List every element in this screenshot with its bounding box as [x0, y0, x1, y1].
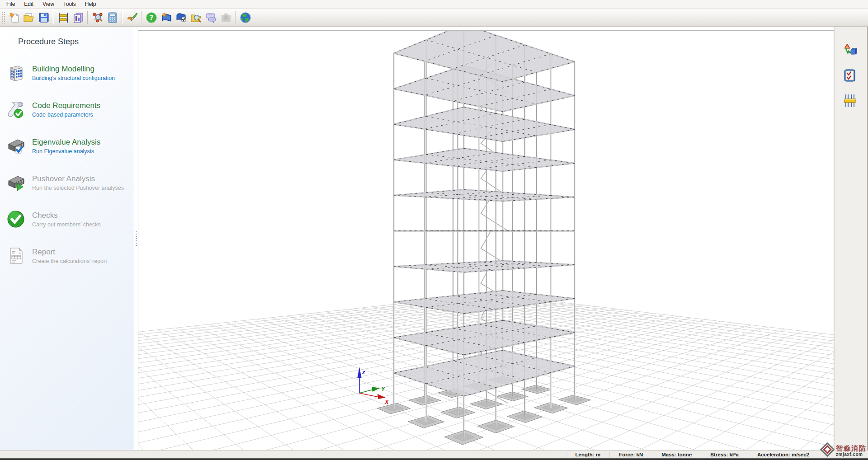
checklist-icon: [843, 68, 857, 84]
web-button[interactable]: [238, 10, 253, 25]
building-3d-scene: zYX: [138, 31, 834, 450]
toolbar-separator: [122, 11, 123, 24]
support-icon: [220, 12, 232, 23]
application-window: File Edit View Tools Help: [0, 0, 868, 460]
menu-file[interactable]: File: [2, 0, 19, 8]
toolbar-separator: [53, 11, 54, 24]
content-area: Procedure Steps Building Modelling Build…: [0, 27, 868, 450]
example-browser-icon: [190, 12, 202, 23]
panel-splitter[interactable]: [134, 27, 138, 450]
watermark-logo-icon: [820, 442, 835, 459]
step-title: Building Modelling: [32, 64, 115, 74]
calculator-icon: [107, 12, 118, 23]
checklist-button[interactable]: [842, 68, 858, 84]
view-actions-cube-icon: [843, 43, 857, 59]
right-tool-rail: [834, 27, 868, 450]
svg-text:X: X: [384, 399, 389, 405]
menu-view[interactable]: View: [38, 0, 59, 8]
procedure-steps-panel: Procedure Steps Building Modelling Build…: [0, 27, 134, 450]
step-building-modelling[interactable]: Building Modelling Building's structural…: [5, 60, 134, 85]
watermark-chinese-text: 智淼消防: [836, 445, 867, 452]
brush-icon: [126, 12, 138, 23]
step-pushover-analysis[interactable]: Pushover Analysis Run the selected Pusho…: [5, 170, 134, 195]
main-toolbar: ?: [0, 9, 868, 27]
model-viewer-icon: [92, 12, 104, 23]
step-eigenvalue-analysis[interactable]: Eigenvalue Analysis Run Eigenvalue analy…: [5, 133, 134, 159]
save-icon: [38, 12, 50, 23]
frame-section-button[interactable]: [842, 94, 858, 109]
status-stress-units: Stress: kPa: [701, 452, 748, 457]
menu-help[interactable]: Help: [80, 0, 101, 8]
status-force-units: Force: kN: [609, 452, 652, 457]
watermark: 智淼消防 zmjaxf.com: [820, 442, 867, 459]
svg-text:Y: Y: [381, 385, 386, 392]
step-subtitle: Carry out members' checks: [32, 221, 101, 228]
menu-bar: File Edit View Tools Help: [0, 0, 868, 9]
support-button[interactable]: [218, 10, 233, 25]
step-title: Eigenvalue Analysis: [32, 137, 100, 147]
status-length-units: Length: m: [566, 452, 610, 457]
watermark-url-text: zmjaxf.com: [836, 452, 863, 457]
frame-section-icon: [843, 94, 857, 109]
model-3d-viewport[interactable]: zYX: [138, 30, 834, 450]
building-icon: [5, 62, 26, 83]
step-title: Code Requirements: [32, 101, 100, 110]
window-bottom-edge: [0, 458, 868, 460]
step-title: Report: [32, 247, 107, 257]
web-globe-icon: [240, 12, 251, 23]
report-documents-icon: [72, 12, 84, 23]
new-project-button[interactable]: [6, 10, 21, 25]
model-viewer-button[interactable]: [90, 10, 105, 25]
help-button[interactable]: ?: [144, 10, 159, 25]
step-title: Checks: [32, 211, 101, 220]
menu-tools[interactable]: Tools: [59, 0, 80, 8]
report-page-icon: [5, 245, 26, 266]
splitter-grip-dots: [136, 231, 137, 246]
calculator-button[interactable]: [105, 10, 120, 25]
tutorial-button[interactable]: [174, 10, 189, 25]
pushover-run-icon: [5, 172, 26, 193]
step-code-requirements[interactable]: Code Requirements Code-based parameters: [5, 97, 134, 122]
brush-button[interactable]: [124, 10, 139, 25]
report-button[interactable]: [71, 10, 85, 25]
step-report[interactable]: Report Create the calculations' report: [5, 243, 134, 268]
svg-text:z: z: [362, 369, 365, 376]
open-project-button[interactable]: [21, 10, 36, 25]
toolbar-grip[interactable]: [2, 12, 5, 23]
view-actions-button[interactable]: [842, 43, 858, 58]
toolbar-separator: [87, 11, 88, 24]
manual-button[interactable]: [159, 10, 174, 25]
help-icon: ?: [146, 12, 157, 23]
svg-text:?: ?: [149, 14, 153, 22]
building-configuration-button[interactable]: [56, 10, 71, 25]
step-subtitle: Run the selected Pushover analyses: [32, 185, 124, 192]
save-project-button[interactable]: [36, 10, 51, 25]
tutorial-icon: [175, 12, 187, 23]
status-mass-units: Mass: tonne: [652, 452, 701, 457]
eigenvalue-run-icon: [5, 136, 26, 156]
toolbar-separator: [141, 11, 142, 24]
step-subtitle: Create the calculations' report: [32, 258, 107, 265]
step-subtitle: Building's structural configuration: [32, 75, 115, 82]
toolbar-separator: [235, 11, 236, 24]
step-subtitle: Code-based parameters: [32, 112, 100, 118]
forum-icon: [205, 12, 217, 23]
status-bar: Length: m Force: kN Mass: tonne Stress: …: [0, 450, 868, 458]
green-check-circle-icon: [5, 209, 26, 230]
step-title: Pushover Analysis: [32, 174, 124, 183]
manual-icon: [160, 12, 172, 23]
building-frame-icon: [57, 12, 69, 23]
new-project-icon: [8, 12, 20, 23]
procedure-steps-title: Procedure Steps: [18, 37, 134, 47]
forum-button[interactable]: [203, 10, 218, 25]
open-project-icon: [23, 12, 35, 23]
example-browser-button[interactable]: [189, 10, 203, 25]
step-checks[interactable]: Checks Carry out members' checks: [5, 207, 134, 232]
step-subtitle: Run Eigenvalue analysis: [32, 148, 100, 155]
menu-edit[interactable]: Edit: [19, 0, 38, 8]
code-scroll-check-icon: [5, 99, 26, 120]
